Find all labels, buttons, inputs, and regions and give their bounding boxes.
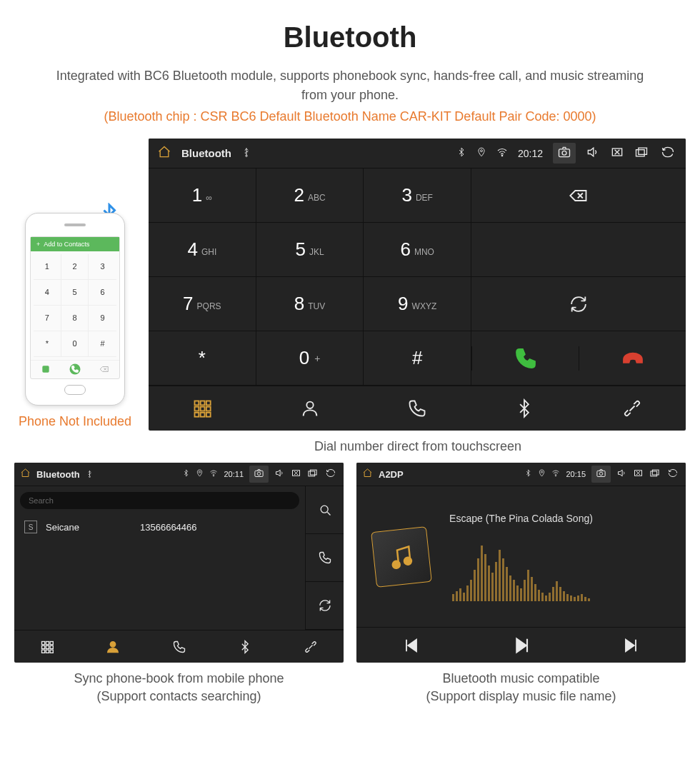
dialer-caption: Dial number direct from touchscreen — [150, 438, 686, 456]
call-button[interactable] — [471, 346, 579, 371]
clock: 20:15 — [566, 470, 586, 478]
play-button[interactable] — [466, 628, 576, 663]
close-box-icon[interactable] — [633, 468, 644, 481]
home-icon[interactable] — [157, 145, 171, 161]
phonebook-caption: Sync phone-book from mobile phone(Suppor… — [14, 670, 344, 705]
key-*[interactable]: * — [149, 331, 256, 386]
tab-bar — [149, 386, 686, 431]
refresh-button[interactable] — [305, 582, 344, 630]
search-input[interactable]: Search — [20, 492, 299, 509]
location-icon — [538, 468, 546, 481]
app-title: A2DP — [379, 469, 404, 480]
back-icon[interactable] — [324, 468, 338, 481]
wifi-icon — [496, 146, 508, 160]
back-icon[interactable] — [659, 145, 677, 161]
phone-caption: Phone Not Included — [19, 413, 131, 431]
next-button[interactable] — [576, 628, 686, 663]
key-4[interactable]: 4GHI — [149, 223, 256, 277]
call-contact-button[interactable] — [305, 534, 344, 582]
app-title: Bluetooth — [181, 147, 231, 159]
wifi-icon — [209, 468, 218, 481]
key-#[interactable]: # — [364, 331, 471, 386]
clock: 20:11 — [224, 470, 244, 478]
back-icon[interactable] — [666, 468, 680, 481]
key-3[interactable]: 3DEF — [364, 169, 471, 223]
key-9[interactable]: 9WXYZ — [364, 277, 471, 331]
key-7[interactable]: 7PQRS — [149, 277, 256, 331]
page-description: Integrated with BC6 Bluetooth module, su… — [43, 66, 657, 105]
tab-keypad[interactable] — [149, 386, 256, 431]
contact-badge: S — [24, 521, 37, 533]
clock: 20:12 — [518, 148, 543, 159]
contact-name: Seicane — [46, 522, 131, 533]
status-bar: Bluetooth 20:12 — [149, 139, 686, 169]
contact-number: 13566664466 — [140, 522, 197, 533]
bluetooth-status-icon — [456, 147, 466, 159]
visualizer — [429, 537, 614, 601]
close-box-icon[interactable] — [291, 468, 301, 481]
dialer-keypad: 1∞2ABC3DEF4GHI5JKL6MNO7PQRS8TUV9WXYZ*0+# — [149, 169, 471, 386]
tab-calls[interactable] — [364, 386, 471, 431]
windows-icon[interactable] — [307, 468, 318, 481]
hangup-button[interactable] — [579, 346, 686, 371]
tab-bluetooth[interactable] — [212, 630, 278, 663]
key-8[interactable]: 8TUV — [256, 277, 364, 331]
sync-button[interactable] — [471, 277, 686, 331]
svg-rect-21 — [42, 366, 49, 373]
dialer-unit: Bluetooth 20:12 1∞2ABC3DEF4GHI5JKL6MNO7P… — [149, 139, 686, 431]
camera-icon[interactable] — [591, 466, 611, 483]
usb-icon — [241, 147, 251, 159]
windows-icon[interactable] — [649, 468, 660, 481]
tab-calls[interactable] — [146, 630, 211, 663]
usb-icon — [86, 468, 94, 480]
music-caption: Bluetooth music compatible(Support displ… — [356, 670, 686, 705]
bluetooth-specs: (Bluetooth chip : CSR BC6 Default Blueto… — [14, 109, 686, 124]
location-icon — [476, 147, 486, 159]
tab-contacts[interactable] — [80, 630, 146, 663]
contact-row[interactable]: S Seicane 13566664466 — [14, 515, 305, 539]
camera-icon[interactable] — [249, 466, 269, 483]
svg-point-22 — [69, 364, 80, 375]
key-5[interactable]: 5JKL — [256, 223, 364, 277]
phonebook-unit: Bluetooth 20:11 Search — [14, 463, 344, 663]
song-title: Escape (The Pina Colada Song) — [449, 513, 593, 524]
app-title: Bluetooth — [36, 469, 80, 480]
phone-mockup: +Add to Contacts 123 456 789 *0# — [25, 213, 125, 406]
key-0[interactable]: 0+ — [256, 331, 364, 386]
volume-icon[interactable] — [586, 145, 600, 161]
home-icon[interactable] — [20, 468, 31, 481]
phone-header: +Add to Contacts — [31, 237, 119, 251]
tab-contacts[interactable] — [256, 386, 363, 431]
search-button[interactable] — [305, 486, 344, 534]
key-1[interactable]: 1∞ — [149, 169, 256, 223]
home-icon[interactable] — [362, 468, 373, 481]
tab-pair[interactable] — [579, 386, 686, 431]
bluetooth-status-icon — [182, 468, 190, 481]
tab-bluetooth[interactable] — [471, 386, 578, 431]
wifi-icon — [551, 468, 560, 481]
bluetooth-status-icon — [524, 468, 532, 481]
volume-icon[interactable] — [274, 468, 285, 481]
page-title: Bluetooth — [14, 21, 686, 54]
key-2[interactable]: 2ABC — [256, 169, 364, 223]
backspace-button[interactable] — [471, 169, 686, 223]
location-icon — [196, 468, 204, 481]
windows-icon[interactable] — [634, 145, 649, 161]
tab-pair[interactable] — [278, 630, 344, 663]
music-unit: A2DP 20:15 Escape (The Pina Colada Song) — [356, 463, 686, 663]
key-6[interactable]: 6MNO — [364, 223, 471, 277]
volume-icon[interactable] — [616, 468, 627, 481]
phone-keypad: 123 456 789 *0# — [31, 251, 119, 360]
prev-button[interactable] — [356, 628, 466, 663]
close-box-icon[interactable] — [610, 145, 624, 161]
camera-icon[interactable] — [553, 143, 576, 164]
tab-keypad[interactable] — [14, 630, 80, 663]
album-art — [371, 526, 432, 588]
